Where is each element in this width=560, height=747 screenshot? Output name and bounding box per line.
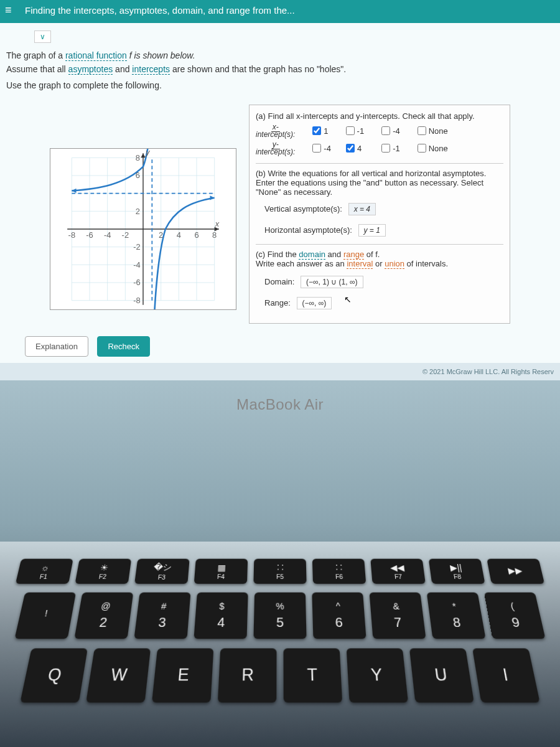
key-t: T: [283, 648, 342, 702]
y-int-opt-1[interactable]: [312, 144, 321, 153]
key-8: *8: [427, 593, 486, 639]
problem-statement: The graph of a rational function f is sh…: [0, 43, 560, 101]
number-key-row: ! @2 #3 $4 %5 ^6 &7 *8 (9: [0, 593, 560, 639]
part-c-title: (c) Find the domain and range of f. Writ…: [256, 250, 503, 268]
svg-text:-4: -4: [104, 230, 111, 240]
key-f5: ⸬F5: [253, 559, 306, 584]
svg-marker-23: [210, 195, 215, 200]
header-title: Finding the intercepts, asymptotes, doma…: [25, 5, 295, 16]
link-union[interactable]: union: [385, 259, 404, 269]
menu-icon[interactable]: ≡: [5, 4, 12, 17]
letter-key-row: Q W E R T Y U I: [0, 648, 560, 702]
y-int-opt-2[interactable]: [346, 144, 355, 153]
key-9: (9: [484, 593, 546, 639]
key-4: $4: [194, 593, 248, 639]
keyboard-dim-icon: ⸬: [277, 562, 282, 572]
key-3: #3: [134, 593, 190, 639]
svg-text:4: 4: [177, 230, 181, 240]
recheck-button[interactable]: Recheck: [97, 336, 150, 357]
launchpad-icon: ▦: [217, 563, 226, 572]
answer-panel: (a) Find all x-intercepts and y-intercep…: [249, 105, 510, 324]
svg-text:-8: -8: [133, 296, 140, 305]
svg-text:-8: -8: [68, 230, 75, 240]
svg-text:-2: -2: [122, 230, 129, 240]
key-f7: ◀◀F7: [370, 559, 426, 584]
range-label: Range:: [264, 298, 291, 308]
svg-marker-22: [72, 189, 76, 193]
ha-input[interactable]: y = 1: [358, 224, 386, 237]
keyboard-bright-icon: ⸬: [335, 562, 342, 572]
forward-icon: ▶▶: [507, 566, 523, 575]
svg-text:8: 8: [136, 153, 140, 162]
svg-text:6: 6: [194, 230, 198, 240]
key-7: &7: [370, 593, 426, 639]
key-f3: �シF3: [134, 559, 190, 584]
y-int-opt-4[interactable]: [418, 144, 426, 153]
key-f2: ☀F2: [75, 559, 131, 584]
x-int-opt-2[interactable]: [346, 126, 355, 135]
domain-label: Domain:: [264, 277, 294, 286]
dropdown-toggle[interactable]: ∨: [34, 31, 51, 43]
key-e: E: [152, 648, 213, 702]
svg-text:y: y: [145, 149, 151, 157]
range-input[interactable]: (−∞, ∞): [297, 297, 332, 309]
link-range[interactable]: range: [343, 250, 364, 260]
x-int-opt-1[interactable]: [312, 126, 321, 135]
part-b-title: (b) Write the equations for all vertical…: [256, 169, 503, 197]
y-intercept-label: y- intercept(s):: [256, 141, 295, 156]
key-q: Q: [20, 648, 88, 702]
domain-input[interactable]: (−∞, 1) ∪ (1, ∞): [301, 276, 363, 288]
keyboard: ☼F1 ☀F2 �シF3 ▦F4 ⸬F5 ⸬F6 ◀◀F7 ▶||F8 ▶▶ !…: [0, 542, 560, 747]
key-f8: ▶||F8: [429, 559, 485, 584]
laptop-brand: MacBook Air: [0, 380, 560, 420]
svg-text:x: x: [215, 219, 220, 228]
key-r: R: [218, 648, 277, 702]
cursor-icon: ↖: [344, 294, 352, 304]
key-5: %5: [253, 593, 306, 639]
function-key-row: ☼F1 ☀F2 �シF3 ▦F4 ⸬F5 ⸬F6 ◀◀F7 ▶||F8 ▶▶: [0, 559, 560, 584]
link-interval[interactable]: interval: [347, 259, 373, 269]
key-1: !: [14, 593, 76, 639]
x-intercept-label: x- intercept(s):: [256, 123, 295, 138]
key-6: ^6: [312, 593, 366, 639]
x-int-opt-4[interactable]: [418, 126, 426, 135]
key-w: W: [86, 648, 151, 702]
part-a-title: (a) Find all x-intercepts and y-intercep…: [256, 111, 503, 121]
svg-text:2: 2: [136, 207, 140, 216]
key-f9: ▶▶: [487, 559, 544, 584]
key-i: I: [472, 648, 540, 702]
brightness-down-icon: ☼: [40, 563, 50, 572]
svg-text:6: 6: [136, 171, 140, 180]
svg-text:-2: -2: [133, 242, 140, 251]
action-buttons: Explanation Recheck: [0, 330, 560, 363]
key-f6: ⸬F6: [312, 559, 366, 584]
key-y: Y: [347, 648, 408, 702]
part-a: (a) Find all x-intercepts and y-intercep…: [256, 111, 503, 156]
link-intercepts[interactable]: intercepts: [132, 64, 170, 75]
svg-text:-4: -4: [133, 260, 140, 270]
brightness-up-icon: ☀: [99, 563, 109, 572]
va-input[interactable]: x = 4: [348, 203, 376, 215]
ha-label: Horizontal asymptote(s):: [264, 225, 352, 235]
svg-marker-19: [141, 153, 145, 157]
key-2: @2: [74, 593, 133, 639]
link-domain[interactable]: domain: [299, 250, 325, 260]
y-int-opt-3[interactable]: [381, 144, 390, 153]
copyright-text: © 2021 McGraw Hill LLC. All Rights Reser…: [0, 363, 560, 380]
rewind-icon: ◀◀: [390, 563, 404, 572]
main-content: -8-6-4-2 2468 268 -2-4-6-8 x y (a) Find …: [0, 101, 560, 330]
key-f4: ▦F4: [194, 559, 248, 584]
va-label: Vertical asymptote(s):: [264, 204, 342, 214]
part-c: (c) Find the domain and range of f. Writ…: [256, 250, 503, 309]
link-asymptotes[interactable]: asymptotes: [68, 64, 113, 75]
key-u: U: [409, 648, 474, 702]
part-b: (b) Write the equations for all vertical…: [256, 169, 503, 237]
key-f1: ☼F1: [16, 559, 73, 584]
link-rational-function[interactable]: rational function: [65, 50, 127, 61]
play-pause-icon: ▶||: [449, 563, 462, 572]
svg-text:-6: -6: [133, 278, 140, 287]
mission-control-icon: �シ: [153, 562, 172, 573]
svg-text:-6: -6: [86, 230, 93, 240]
explanation-button[interactable]: Explanation: [25, 336, 88, 357]
x-int-opt-3[interactable]: [381, 126, 390, 135]
